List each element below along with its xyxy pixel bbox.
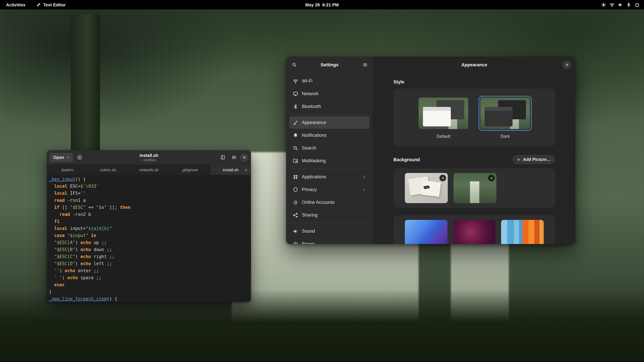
editor-tab-bashrc[interactable]: .bashrc <box>47 165 88 175</box>
appearance-panel-header: Appearance <box>373 57 575 73</box>
activities-button[interactable]: Activities <box>3 0 28 9</box>
top-bar-left: Activities Text Editor <box>3 0 68 9</box>
editor-menu-button[interactable] <box>229 153 238 162</box>
sidebar-item-network[interactable]: Network <box>290 87 370 100</box>
share-icon <box>293 212 298 218</box>
sidebar-item-notifications[interactable]: Notifications <box>290 129 370 141</box>
open-button-label: Open <box>53 155 64 160</box>
new-tab-button[interactable] <box>75 153 84 162</box>
settings-window-title: Settings <box>321 62 338 67</box>
settings-sidebar-list: Wi-FiNetworkBluetoothAppearanceNotificat… <box>286 73 373 244</box>
dropdown-caret-icon <box>66 156 70 159</box>
apps-icon <box>293 174 298 179</box>
editor-close-button[interactable] <box>240 153 248 161</box>
tab-close-button[interactable] <box>243 167 249 173</box>
system-tray <box>600 1 641 8</box>
settings-menu-button[interactable] <box>360 60 370 69</box>
background-thumbnail-light-abstract[interactable] <box>405 173 448 203</box>
wallpaper-thumbnail-teal-orange[interactable] <box>501 220 544 244</box>
appearance-panel: Appearance Style DefaultDark Background … <box>373 57 575 244</box>
background-thumbnail-forest-waterfall[interactable] <box>454 173 496 203</box>
style-option-selection-ring <box>417 96 470 131</box>
background-section-header: Background Add Picture… <box>394 155 555 164</box>
sidebar-separator <box>292 223 368 223</box>
sidebar-item-label: Power <box>302 241 315 244</box>
editor-tab-gitignore[interactable]: .gitignore <box>170 165 210 175</box>
document-title: install.sh <box>140 153 158 158</box>
sidebar-item-bluetooth[interactable]: Bluetooth <box>290 100 370 113</box>
wifi-icon <box>293 78 298 84</box>
tab-label: .bashrc <box>60 168 74 172</box>
editor-tab-colors-sh[interactable]: colors.sh <box>88 165 129 175</box>
code-line: fi <box>49 218 251 225</box>
sidebar-item-label: Notifications <box>302 133 326 138</box>
editor-header-actions <box>218 153 248 162</box>
sidebar-item-label: Search <box>302 145 316 150</box>
code-line: local IFS='' <box>49 190 251 197</box>
style-preview-dark <box>480 97 530 129</box>
style-option-selection-ring <box>479 96 532 131</box>
network-icon <box>293 91 298 96</box>
text-editor-app-icon <box>36 2 41 7</box>
code-line: "$ESC[B") echo down ;; <box>49 246 251 253</box>
mock-window-front <box>485 107 513 126</box>
power-icon[interactable] <box>633 1 641 8</box>
volume-icon[interactable] <box>616 1 624 8</box>
settings-close-button[interactable] <box>562 60 571 69</box>
bluetooth-icon <box>293 104 298 109</box>
sidebar-item-privacy[interactable]: Privacy <box>290 183 370 196</box>
tab-label: .gitignore <box>182 168 198 172</box>
remove-background-button[interactable] <box>488 175 495 181</box>
chevron-right-icon <box>362 175 366 179</box>
user-backgrounds-card <box>394 168 555 208</box>
add-picture-label: Add Picture… <box>523 157 551 162</box>
code-editing-area[interactable]: _key_input() { local ESC=$'\033' local I… <box>47 175 251 302</box>
multitask-icon <box>293 158 298 163</box>
chevron-right-icon <box>362 188 366 192</box>
editor-tab-install-sh[interactable]: install.sh <box>210 165 251 175</box>
online-accounts-icon: @ <box>293 200 298 205</box>
sidebar-item-sound[interactable]: Sound <box>290 225 370 237</box>
code-line: "$ESC[C") echo right ;; <box>49 253 251 260</box>
sidebar-item-label: Privacy <box>302 187 317 192</box>
sidebar-separator <box>292 114 368 115</box>
settings-search-button[interactable] <box>290 60 299 69</box>
code-line: _key_input() { <box>49 176 251 183</box>
clock-button[interactable]: May 28 8:21 PM <box>302 0 342 9</box>
sidebar-item-online-accounts[interactable]: @Online Accounts <box>290 196 370 209</box>
sidebar-item-sharing[interactable]: Sharing <box>290 209 370 221</box>
style-option-dark[interactable]: Dark <box>479 96 532 146</box>
wifi-icon[interactable] <box>608 1 616 8</box>
sidebar-item-multitasking[interactable]: Multitasking <box>290 155 370 167</box>
sidebar-item-applications[interactable]: Applications <box>290 171 370 183</box>
sidebar-item-search[interactable]: Search <box>290 142 370 154</box>
document-path: ~/dotfiles <box>140 158 158 162</box>
style-option-label: Default <box>436 134 450 139</box>
search-icon <box>292 62 297 67</box>
editor-tab-network-sh[interactable]: network.sh <box>129 165 170 175</box>
open-document-button[interactable]: Open <box>50 153 73 162</box>
sidebar-item-wi-fi[interactable]: Wi-Fi <box>290 75 370 87</box>
top-bar: Activities Text Editor May 28 8:21 PM <box>0 0 644 9</box>
remove-background-button[interactable] <box>440 175 446 181</box>
code-line: local input="${a}${b}" <box>49 225 251 232</box>
mock-window-front <box>423 107 451 126</box>
focused-app-menu-button[interactable]: Text Editor <box>34 0 68 9</box>
close-icon <box>242 156 246 159</box>
brightness-icon[interactable] <box>600 1 607 8</box>
settings-window: Settings Wi-FiNetworkBluetoothAppearance… <box>286 57 575 244</box>
wallpaper-thumbnail-blue-geometric[interactable] <box>405 220 447 244</box>
wallpaper-grid-card <box>394 215 555 244</box>
wallpaper-thumbnail-dark-red[interactable] <box>453 220 496 244</box>
panel-toggle-button[interactable] <box>218 153 228 162</box>
style-option-default[interactable]: Default <box>417 96 470 146</box>
sidebar-item-appearance[interactable]: Appearance <box>290 116 370 129</box>
code-line: case "$input" in <box>49 232 251 239</box>
sidebar-item-power[interactable]: Power <box>290 238 370 244</box>
add-picture-button[interactable]: Add Picture… <box>513 155 555 164</box>
settings-sidebar-header: Settings <box>286 57 373 73</box>
code-line: '') echo enter ;; <box>49 267 251 274</box>
microphone-icon[interactable] <box>625 1 632 8</box>
sidebar-item-label: Sharing <box>302 213 318 218</box>
sidebar-item-label: Network <box>302 91 318 96</box>
